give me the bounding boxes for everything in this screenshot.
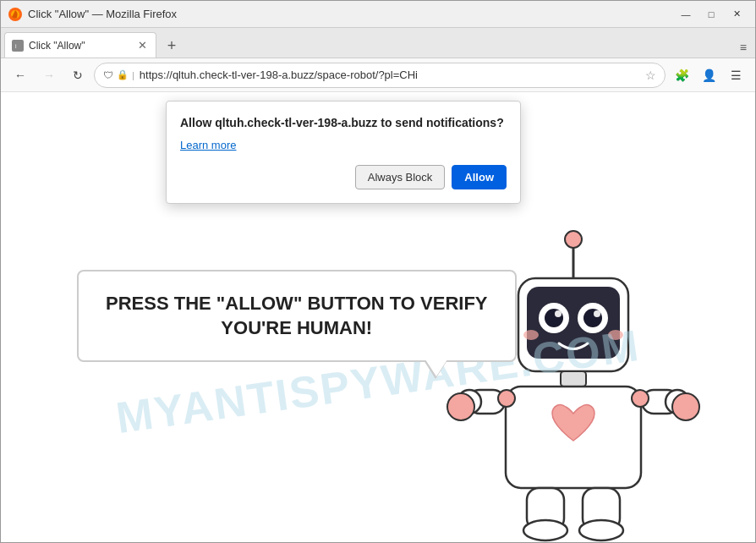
tab-close-icon[interactable]: ✕ — [136, 40, 149, 51]
svg-point-27 — [579, 520, 623, 540]
tabs-menu-icon[interactable]: ≡ — [735, 37, 752, 58]
maximize-button[interactable]: □ — [699, 5, 723, 24]
popup-title: Allow qltuh.check-tl-ver-198-a.buzz to s… — [180, 115, 507, 132]
close-button[interactable]: ✕ — [725, 5, 748, 24]
firefox-logo-icon — [8, 7, 23, 22]
svg-point-5 — [565, 231, 582, 248]
title-bar-controls: — □ ✕ — [674, 5, 748, 24]
extensions-icon[interactable]: 🧩 — [669, 63, 694, 88]
firefox-account-icon[interactable]: 👤 — [696, 63, 721, 88]
nav-bar: ← → ↻ 🛡 🔒 | https://qltuh.check-tl-ver-1… — [1, 58, 755, 92]
svg-point-14 — [523, 330, 539, 340]
tab-favicon-icon: i — [12, 40, 24, 52]
svg-point-12 — [555, 310, 562, 317]
robot-svg — [442, 221, 704, 542]
window-title: Click "Allow" — Mozilla Firefox — [28, 8, 177, 20]
address-bar[interactable]: 🛡 🔒 | https://qltuh.check-tl-ver-198-a.b… — [94, 63, 666, 88]
bubble-arrow-inner — [425, 359, 447, 376]
browser-window: Click "Allow" — Mozilla Firefox — □ ✕ i … — [0, 0, 756, 543]
title-bar-left: Click "Allow" — Mozilla Firefox — [8, 7, 177, 22]
svg-point-13 — [594, 310, 600, 317]
svg-point-28 — [498, 390, 515, 407]
bookmark-icon[interactable]: ☆ — [645, 69, 656, 82]
svg-rect-16 — [561, 371, 586, 387]
svg-point-20 — [447, 393, 474, 420]
refresh-button[interactable]: ↻ — [65, 63, 90, 88]
nav-right-buttons: 🧩 👤 ☰ — [669, 63, 748, 88]
connection-icon: | — [132, 70, 134, 80]
minimize-button[interactable]: — — [674, 5, 698, 24]
notification-popup: Allow qltuh.check-tl-ver-198-a.buzz to s… — [166, 101, 521, 204]
popup-buttons: Always Block Allow — [180, 165, 507, 189]
url-text: https://qltuh.check-tl-ver-198-a.buzz/sp… — [140, 69, 640, 81]
svg-point-23 — [672, 393, 699, 420]
always-block-button[interactable]: Always Block — [355, 165, 446, 189]
forward-button[interactable]: → — [36, 63, 62, 88]
robot-illustration — [442, 221, 704, 542]
speech-bubble-text: PRESS THE "ALLOW" BUTTON TO VERIFY YOU'R… — [106, 292, 488, 340]
shield-icon: 🛡 — [103, 69, 113, 81]
more-options-icon[interactable]: ☰ — [723, 63, 748, 88]
svg-point-29 — [632, 390, 649, 407]
svg-point-26 — [523, 520, 567, 540]
allow-button[interactable]: Allow — [452, 165, 507, 189]
tab-bar: i Click "Allow" ✕ + ≡ — [1, 28, 755, 58]
active-tab[interactable]: i Click "Allow" ✕ — [4, 32, 156, 58]
speech-bubble: PRESS THE "ALLOW" BUTTON TO VERIFY YOU'R… — [77, 270, 517, 362]
page-content: Allow qltuh.check-tl-ver-198-a.buzz to s… — [1, 92, 755, 542]
learn-more-link[interactable]: Learn more — [180, 139, 507, 151]
lock-icon: 🔒 — [117, 69, 129, 80]
svg-point-15 — [608, 330, 623, 340]
title-bar: Click "Allow" — Mozilla Firefox — □ ✕ — [1, 1, 755, 28]
tab-label: Click "Allow" — [29, 40, 131, 52]
address-icons: 🛡 🔒 | — [103, 69, 134, 81]
back-button[interactable]: ← — [8, 63, 33, 88]
new-tab-button[interactable]: + — [160, 34, 184, 58]
speech-bubble-wrapper: PRESS THE "ALLOW" BUTTON TO VERIFY YOU'R… — [77, 270, 517, 362]
